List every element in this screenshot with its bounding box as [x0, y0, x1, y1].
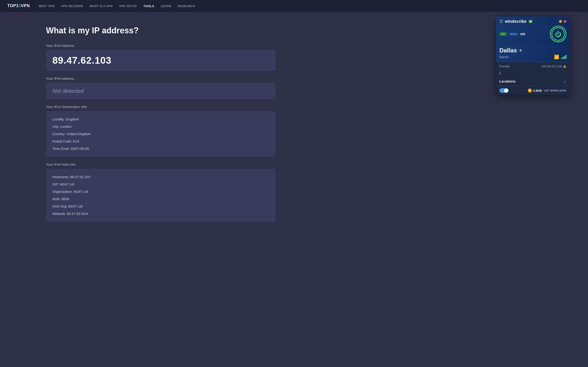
geo-locality: Locality: England: [52, 117, 269, 122]
ws-notification-badge: 5: [529, 20, 532, 23]
nav-vpn-reviews[interactable]: VPN REVIEWS: [61, 4, 83, 8]
ws-favorite-star[interactable]: ★: [519, 48, 522, 53]
nav-research[interactable]: RESEARCH: [178, 4, 195, 8]
geo-country: Country: United Kingdom: [52, 131, 269, 137]
ipv6-label: Your IPv6 Address: [46, 76, 276, 80]
host-asn-org: ASN Org: M247 Ltd: [52, 204, 269, 209]
host-network: Network: 89.47.62.0/24: [52, 211, 269, 217]
ws-protocol-pill: IKEv2: [508, 32, 519, 36]
ws-toggle-container: [499, 88, 508, 93]
lock-icon: 🔒: [563, 65, 566, 68]
ipv4-value: 89.47.62.103: [52, 55, 269, 66]
minimize-button[interactable]: [559, 20, 562, 23]
ws-power-button[interactable]: ⏻: [550, 26, 566, 42]
ws-firewall: Firewall 155.94.251.100 🔒: [496, 62, 570, 70]
ws-status-pills: ON IKEv2 500: [499, 32, 525, 36]
ws-locations-label: Locations: [499, 79, 516, 83]
host-label: Your IPv4 Host Info: [46, 162, 276, 166]
host-hostname: Hostname: 89.47.62.103: [52, 174, 269, 180]
ws-header: ☰ windscribe 5: [496, 17, 570, 26]
ws-server-row: Ranch 📶: [499, 54, 566, 59]
nav-vpn-setup[interactable]: VPN SETUP: [119, 4, 137, 8]
nav-best-vpn[interactable]: BEST VPN: [39, 4, 55, 8]
ws-location: Dallas ★ Ranch 📶: [496, 45, 570, 62]
bar2: [563, 57, 564, 59]
bar1: [561, 58, 562, 59]
ws-port-label: 500: [520, 32, 525, 36]
geo-city: City: London: [52, 124, 269, 129]
ws-locations-button[interactable]: Locations ⌄: [496, 77, 570, 85]
bar4: [565, 55, 566, 59]
page-title: What is my IP address?: [46, 26, 276, 35]
ws-firewall-text: Firewall: [499, 65, 510, 68]
ws-info-row: ℹ: [496, 70, 570, 77]
ws-power-area: ON IKEv2 500 ⏻: [496, 26, 570, 45]
ws-signal-icons: 📶: [554, 54, 566, 59]
nav-tools[interactable]: TOOLS: [143, 4, 154, 8]
windscribe-widget: ☰ windscribe 5 ON IKEv2 500 ⏻ Dallas ★ R…: [496, 17, 570, 95]
ipv4-label: Your IPv4 Address: [46, 44, 276, 48]
host-isp: ISP: M247 Ltd: [52, 182, 269, 187]
ws-data-info: ● 2.9GB GET MORE DATA: [528, 89, 566, 93]
ws-city: Dallas ★: [499, 47, 566, 54]
ws-data-amount: ● 2.9GB: [528, 89, 542, 93]
navbar: TOP10VPN BEST VPN VPN REVIEWS WHAT IS A …: [0, 0, 588, 12]
ws-on-pill: ON: [499, 32, 507, 36]
ws-server-name: Ranch: [499, 55, 508, 59]
ws-city-name: Dallas: [499, 47, 517, 54]
ws-header-right: [559, 20, 566, 23]
info-icon: ℹ: [499, 71, 500, 75]
bar3: [564, 56, 565, 59]
ws-header-left: ☰ windscribe 5: [499, 19, 532, 24]
host-info-box: Hostname: 89.47.62.103 ISP: M247 Ltd Org…: [46, 169, 276, 222]
geo-info-box: Locality: England City: London Country: …: [46, 111, 276, 157]
geo-label: Your IPv4 Geolocation Info: [46, 105, 276, 109]
close-button[interactable]: [564, 20, 566, 23]
wifi-icon: 📶: [554, 54, 559, 59]
ipv6-box: Not detected: [46, 83, 276, 99]
ws-toggle-knob: [504, 89, 508, 93]
geo-timezone: Time Zone: GMT+00:00: [52, 146, 269, 151]
ws-ip-text: 155.94.251.100: [541, 65, 562, 68]
ws-toggle[interactable]: [499, 88, 508, 93]
site-logo[interactable]: TOP10VPN: [7, 3, 30, 8]
chevron-down-icon: ⌄: [563, 79, 566, 84]
ws-firewall-ip: 155.94.251.100 🔒: [541, 65, 566, 68]
signal-bars-icon: [561, 55, 566, 59]
coin-icon: ●: [528, 89, 532, 93]
ws-logo: windscribe: [505, 19, 526, 24]
ipv4-box: 89.47.62.103: [46, 50, 276, 71]
ws-get-more-button[interactable]: GET MORE DATA: [544, 89, 566, 92]
main-content: What is my IP address? Your IPv4 Address…: [0, 12, 322, 241]
host-org: Organization: M247 Ltd: [52, 189, 269, 194]
menu-icon[interactable]: ☰: [499, 19, 503, 24]
host-asn: ASN: 9009: [52, 196, 269, 202]
ws-firewall-label: Firewall: [499, 65, 510, 68]
nav-what-is-vpn[interactable]: WHAT IS A VPN: [90, 4, 113, 8]
power-icon: ⏻: [555, 30, 561, 38]
ws-data-text: 2.9GB: [533, 89, 542, 92]
ipv6-value: Not detected: [52, 88, 269, 94]
geo-postal: Postal Code: E14: [52, 139, 269, 144]
nav-links: BEST VPN VPN REVIEWS WHAT IS A VPN VPN S…: [39, 4, 195, 8]
nav-learn[interactable]: LEARN: [161, 4, 171, 8]
ws-bottom-bar: ● 2.9GB GET MORE DATA: [496, 86, 570, 95]
